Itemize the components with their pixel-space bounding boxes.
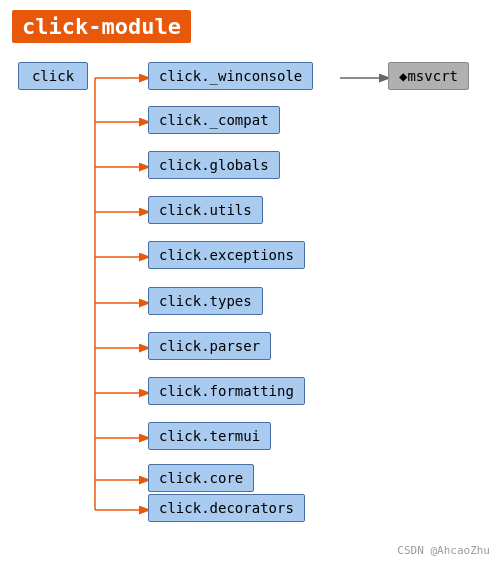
node-types: click.types xyxy=(148,287,263,315)
diagram-container: click-module xyxy=(0,0,500,565)
watermark: CSDN @AhcaoZhu xyxy=(397,544,490,557)
node-compat: click._compat xyxy=(148,106,280,134)
node-click: click xyxy=(18,62,88,90)
node-core: click.core xyxy=(148,464,254,492)
node-globals: click.globals xyxy=(148,151,280,179)
node-parser: click.parser xyxy=(148,332,271,360)
node-winconsole: click._winconsole xyxy=(148,62,313,90)
node-utils: click.utils xyxy=(148,196,263,224)
node-exceptions: click.exceptions xyxy=(148,241,305,269)
module-title: click-module xyxy=(12,10,191,43)
node-msvcrt: ◆msvcrt xyxy=(388,62,469,90)
node-formatting: click.formatting xyxy=(148,377,305,405)
node-decorators: click.decorators xyxy=(148,494,305,522)
node-termui: click.termui xyxy=(148,422,271,450)
